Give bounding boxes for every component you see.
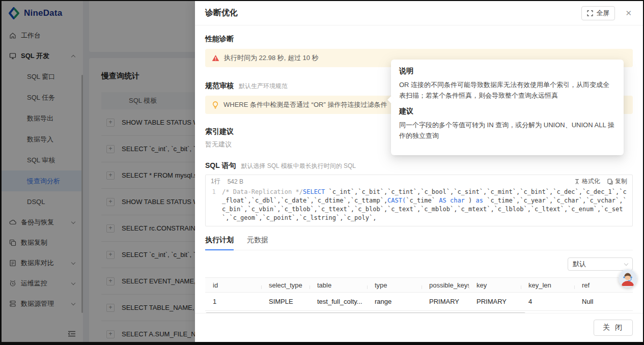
tab-metadata[interactable]: 元数据 [247,236,268,250]
col-type: type [367,281,422,289]
warning-icon [212,54,219,62]
copy-icon [607,179,613,185]
review-meta: 默认生产环境规范 [239,82,288,91]
line-number: 1 [206,188,222,222]
close-icon[interactable]: ✕ [623,8,634,19]
screen: NineData 工作台 SQL 开发 SQL 窗口 SQL 任务 [0,0,644,345]
plan-table-row: 1 SIMPLE test_full_colty... range PRIMAR… [205,293,633,311]
fullscreen-button[interactable]: 全屏 [581,6,615,20]
format-icon [574,179,580,185]
review-rule-text: WHERE 条件中检测是否通过 “OR” 操作符连接过滤条件 [223,100,387,109]
section-title-index: 索引建议 [205,127,234,136]
col-id: id [205,281,261,289]
performance-alert-text: 执行时间为 22.98 秒, 超过 10 秒 [224,53,319,63]
sql-code-block: 1行 542 B 格式化 [205,175,633,226]
section-title-performance: 性能诊断 [205,35,234,44]
tooltip-title-suggestion: 建议 [399,107,615,116]
lightbulb-icon [212,101,219,109]
chevron-down-icon [624,261,628,265]
col-key: key [469,281,521,289]
code-line-count: 1行 [211,177,220,186]
tooltip-title-description: 说明 [399,67,615,76]
sql-text: /* Data-Replication */SELECT `c_int`,`c_… [222,188,627,222]
sql-meta: 默认选择 SQL 模板中最长执行时间的 SQL [241,162,356,170]
col-table: table [310,281,367,289]
tooltip-description-text: OR 连接的不同条件可能导致数据库无法有效使用单个索引，从而变成全表扫描；若某个… [399,79,615,101]
plan-tabs: 执行计划 元数据 [205,236,633,250]
section-title-sql: SQL 语句 [205,161,236,170]
col-possible-keys: possible_keys [422,281,469,289]
section-title-review: 规范审核 [205,81,234,91]
rule-tooltip: 说明 OR 连接的不同条件可能导致数据库无法有效使用单个索引，从而变成全表扫描；… [391,60,624,155]
code-size: 542 B [228,178,243,185]
col-select-type: select_type [261,281,310,289]
tooltip-suggestion-text: 同一个字段的多个等值可转为 IN 查询，或分解为 UNION、UNION ALL… [399,120,615,141]
plan-table-header: id select_type table type possible_keys … [205,277,633,293]
format-button[interactable]: 格式化 [574,177,600,186]
diagnosis-drawer: 诊断优化 全屏 ✕ 性能诊断 执行时间为 22.98 秒, 超过 10 秒 [195,1,643,342]
plan-filter-select[interactable]: 默认 [568,257,633,271]
drawer-footer: 关 闭 [195,313,643,342]
code-editor[interactable]: 1 /* Data-Replication */SELECT `c_int`,`… [206,187,632,226]
drawer-header: 诊断优化 全屏 ✕ [195,1,643,25]
code-toolbar: 1行 542 B 格式化 [206,175,632,187]
execution-plan-table: id select_type table type possible_keys … [205,277,633,313]
drawer-title: 诊断优化 [205,8,238,18]
support-agent-icon [619,269,637,288]
support-avatar-button[interactable] [619,269,637,288]
tab-execution-plan[interactable]: 执行计划 [205,236,234,250]
fullscreen-icon [587,10,593,16]
close-button[interactable]: 关 闭 [594,320,633,336]
copy-button[interactable]: 复制 [607,177,627,186]
col-key-len: key_len [521,281,574,289]
